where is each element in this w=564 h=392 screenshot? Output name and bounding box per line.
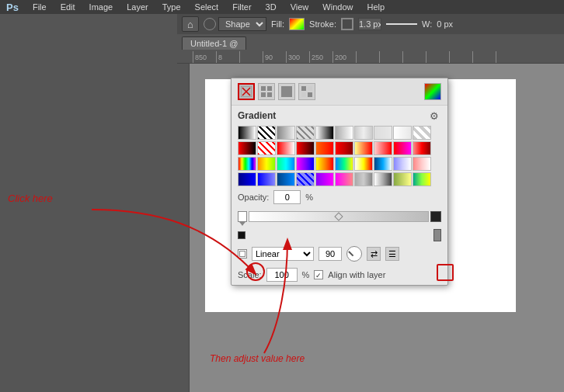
gradient-midpoint[interactable] [334,212,343,220]
fill-label: Fill: [271,19,284,29]
grad-rd4[interactable] [354,141,373,155]
gradient-solid-btn[interactable] [238,83,255,100]
grad-blue10[interactable] [413,172,431,186]
color-swatch[interactable] [424,83,441,100]
angle-wheel[interactable] [346,246,362,262]
grad-white-trans[interactable] [393,126,412,140]
grad-blue3[interactable] [277,172,295,186]
shape-icon [204,18,216,30]
grad-blue9[interactable] [393,172,412,186]
grad-bw2[interactable] [315,126,334,140]
grad-red-bk[interactable] [238,141,256,155]
gradient-panel: Gradient ⚙ [231,78,448,286]
gradient-type-select[interactable]: Linear Radial Angle Reflected Diamond [252,247,314,261]
scale-percent: % [302,270,310,279]
grad-multi3[interactable] [277,157,295,171]
menu-type[interactable]: Type [159,2,184,12]
grad-rd2[interactable] [315,141,334,155]
shape-dropdown[interactable]: Shape [218,17,266,31]
gradient-title: Gradient [238,110,276,121]
svg-rect-6 [267,92,272,97]
grad-rd5[interactable] [374,141,392,155]
gradient-grid2-btn[interactable] [298,83,315,100]
stroke-color-box[interactable] [341,18,353,30]
gradient-left-stop[interactable] [238,211,247,222]
gradient-slider-row [232,207,447,227]
grad-bw[interactable] [238,126,256,140]
opacity-row: Opacity: 0 % [232,187,447,207]
grad-rdwh[interactable] [277,141,295,155]
stroke-value[interactable]: 1.3 px [358,18,381,30]
grad-blue5[interactable] [315,172,334,186]
grad-multi8[interactable] [374,157,392,171]
menu-image[interactable]: Image [86,2,117,12]
scale-input[interactable]: 100 [266,268,298,282]
menu-view[interactable]: View [287,2,312,12]
menu-select[interactable]: Select [192,2,222,12]
grad-rdwhbk[interactable] [257,141,276,155]
grad-light-gray[interactable] [374,126,392,140]
menu-filter[interactable]: Filter [229,2,254,12]
scroll-up-btn[interactable] [433,229,441,241]
ruler-mark-4: 90 [263,51,286,64]
svg-rect-5 [261,92,266,97]
gradient-swatches-row2 [232,141,447,156]
opacity-input[interactable]: 0 [273,190,301,204]
menu-3d[interactable]: 3D [263,2,280,12]
menu-layer[interactable]: Layer [124,2,151,12]
home-button[interactable]: ⌂ [182,16,199,32]
grad-blue1[interactable] [238,172,256,186]
gradient-right-stop[interactable] [430,211,441,222]
menu-edit[interactable]: Edit [57,2,78,12]
scale-label: Scale: [238,270,262,279]
grad-multi5[interactable] [315,157,334,171]
grad-gray[interactable] [277,126,295,140]
svg-rect-9 [308,86,312,91]
left-sidebar [0,14,177,392]
fill-color-box[interactable] [289,18,305,30]
grad-multi2[interactable] [257,157,276,171]
grad-multi10[interactable] [413,157,431,171]
grad-rd7[interactable] [413,141,431,155]
grad-blue2[interactable] [257,172,276,186]
grad-gray-dots[interactable] [296,126,315,140]
gradient-swatches-row3 [232,157,447,172]
panel-top-row [232,78,447,106]
align-checkbox[interactable]: ✓ [314,270,323,279]
grad-multi9[interactable] [393,157,412,171]
grad-blue7[interactable] [354,172,373,186]
grad-blue8[interactable] [374,172,392,186]
svg-rect-8 [301,86,306,91]
opacity-label: Opacity: [238,193,269,202]
black-stop[interactable] [238,231,245,239]
svg-rect-7 [281,86,292,97]
grad-trans[interactable] [413,126,431,140]
grad-bw-dots[interactable] [257,126,276,140]
grad-bw4[interactable] [354,126,373,140]
gradient-solid2-btn[interactable] [278,83,295,100]
grad-multi6[interactable] [335,157,353,171]
grad-rd6[interactable] [393,141,412,155]
grad-bw3[interactable] [335,126,353,140]
menu-file[interactable]: File [30,2,50,12]
gear-button[interactable]: ⚙ [427,109,441,123]
grad-rdbk[interactable] [296,141,315,155]
toolbar: ⌂ Shape Fill: Stroke: 1.3 px W: 0 px [177,14,564,34]
menu-help[interactable]: Help [364,2,388,12]
grad-multi1[interactable] [238,157,256,171]
angle-input[interactable]: 90 [319,247,342,261]
extra-button[interactable]: ☰ [385,247,399,261]
menu-window[interactable]: Window [319,2,356,12]
menu-ps-icon[interactable]: Ps [3,2,22,13]
grad-blue6[interactable] [335,172,353,186]
grad-multi7[interactable] [354,157,373,171]
gradient-grid-btn[interactable] [258,83,275,100]
style-checkbox[interactable] [238,249,247,258]
reverse-button[interactable]: ⇄ [367,247,381,261]
grad-rd3[interactable] [335,141,353,155]
grad-blue4[interactable] [296,172,315,186]
grad-multi4[interactable] [296,157,315,171]
document-tab[interactable]: Untitled-1 @ [182,36,246,50]
gradient-slider-track[interactable] [249,211,429,222]
ruler-mark-8 [356,51,379,64]
